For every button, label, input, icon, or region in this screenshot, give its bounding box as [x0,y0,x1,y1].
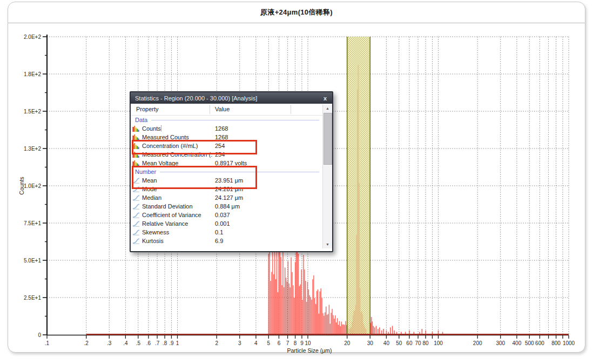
stat-value: 0.884 μm [215,203,240,210]
curve-icon [132,229,140,235]
svg-text:60: 60 [406,340,413,346]
stat-row[interactable]: Mean Voltage0.8917 volts [131,159,322,167]
svg-text:.9: .9 [169,340,174,346]
stat-property: Median [142,194,212,201]
stat-property: Relative Variance [142,220,212,227]
column-header-row: Property Value [131,104,332,116]
svg-text:6: 6 [278,340,281,346]
section-label: Data [135,117,147,123]
svg-text:8: 8 [294,340,297,346]
histogram-icon [132,125,140,132]
curve-icon [132,203,140,210]
stat-value: 0.037 [215,212,230,218]
stat-property: Counts [142,125,212,132]
stat-value: 24.127 μm [215,194,243,201]
svg-text:3: 3 [238,340,241,346]
column-divider[interactable] [291,105,291,114]
stat-row[interactable]: Standard Deviation0.884 μm [131,202,322,211]
svg-text:.7: .7 [155,340,160,346]
svg-text:50: 50 [396,340,402,346]
section-rule [160,172,319,172]
svg-text:5.0E+1: 5.0E+1 [24,258,41,264]
stat-property: Skewness [142,229,212,235]
svg-text:600: 600 [535,340,544,346]
column-header-value[interactable]: Value [215,106,230,112]
stat-row[interactable]: Skewness0.1 [131,228,322,237]
y-axis-title: Counts [18,177,25,194]
svg-text:400: 400 [513,340,522,346]
stat-row[interactable]: Measured Counts1268 [131,133,322,141]
curve-icon [132,177,140,184]
statistics-dialog[interactable]: Statistics - Region (20.000 - 30.000) [A… [130,91,333,252]
stat-row[interactable]: Counts1268 [131,124,322,133]
svg-text:2.5E+1: 2.5E+1 [24,295,41,301]
stat-row[interactable]: Concentration (#/mL)254 [131,141,322,150]
stat-value: 23.951 μm [215,177,243,184]
svg-text:9: 9 [300,340,304,346]
svg-text:.8: .8 [163,340,167,346]
svg-text:1.0E+2: 1.0E+2 [24,183,41,189]
section-label: Number [135,168,156,175]
stat-property: Measured Counts [142,134,212,140]
curve-icon [132,212,140,218]
stat-value: 6.9 [215,238,223,244]
x-axis-title: Particle Size (μm) [287,347,332,354]
stat-row[interactable]: Measured Concentration (...254 [131,150,322,159]
x-axis-ticks: .1.2.3.4.5.6.7.8.91234567891020304050607… [45,335,575,346]
svg-text:0: 0 [38,332,41,338]
svg-text:1.8E+2: 1.8E+2 [24,71,41,77]
stat-value: 0.8917 volts [215,160,247,166]
section-header: Data [131,116,322,124]
svg-text:200: 200 [473,340,482,346]
stat-row[interactable]: Median24.127 μm [131,193,322,202]
dialog-body: Property Value DataCounts1268Measured Co… [131,104,332,249]
svg-text:7.5E+1: 7.5E+1 [24,220,41,226]
svg-text:30: 30 [367,340,374,346]
dialog-scrollbar[interactable]: ▲ ▼ [322,104,332,248]
dialog-title: Statistics - Region (20.000 - 30.000) [A… [135,95,322,102]
stat-property: Coefficient of Variance [142,212,212,218]
column-header-property[interactable]: Property [136,106,159,112]
y-axis-ticks: 02.5E+15.0E+17.5E+11.0E+21.3E+21.5E+21.8… [24,34,47,338]
svg-text:1.3E+2: 1.3E+2 [24,146,41,152]
column-divider[interactable] [210,105,210,114]
histogram-icon [132,160,140,166]
svg-text:7: 7 [286,340,289,346]
stat-value: 1268 [215,134,228,140]
stat-value: 254 [215,151,225,158]
svg-text:40: 40 [383,340,390,346]
svg-text:1000: 1000 [563,340,575,346]
svg-text:80: 80 [423,340,429,346]
svg-text:20: 20 [344,340,351,346]
stat-row[interactable]: Coefficient of Variance0.037 [131,211,322,219]
section-rule [151,120,319,120]
stat-value: 0.001 [215,220,230,227]
close-icon[interactable]: x [322,95,328,102]
stat-property: Measured Concentration (... [142,151,212,158]
stat-property: Mode [142,186,212,192]
dialog-titlebar[interactable]: Statistics - Region (20.000 - 30.000) [A… [131,92,332,104]
svg-text:5: 5 [267,340,271,346]
stat-value: 24.281 μm [215,186,243,192]
histogram-icon [132,151,140,158]
svg-text:4: 4 [254,340,258,346]
scroll-up-icon[interactable]: ▲ [323,104,332,112]
svg-text:2: 2 [215,340,218,346]
stat-property: Standard Deviation [142,203,212,210]
svg-text:500: 500 [525,340,534,346]
scrollbar-thumb[interactable] [324,113,332,165]
svg-text:100: 100 [434,340,443,346]
stat-row[interactable]: Mode24.281 μm [131,185,322,193]
stat-property: Mean Voltage [142,160,212,166]
svg-text:.6: .6 [146,340,151,346]
stat-value: 1268 [215,125,228,132]
stat-row[interactable]: Kurtosis6.9 [131,237,322,245]
stat-row[interactable]: Mean23.951 μm [131,176,322,185]
svg-text:70: 70 [415,340,422,346]
svg-text:.2: .2 [84,340,89,346]
stat-value: 254 [215,143,225,149]
curve-icon [132,186,140,192]
histogram-icon [132,134,140,140]
scroll-down-icon[interactable]: ▼ [323,240,332,248]
stat-row[interactable]: Relative Variance0.001 [131,219,322,228]
